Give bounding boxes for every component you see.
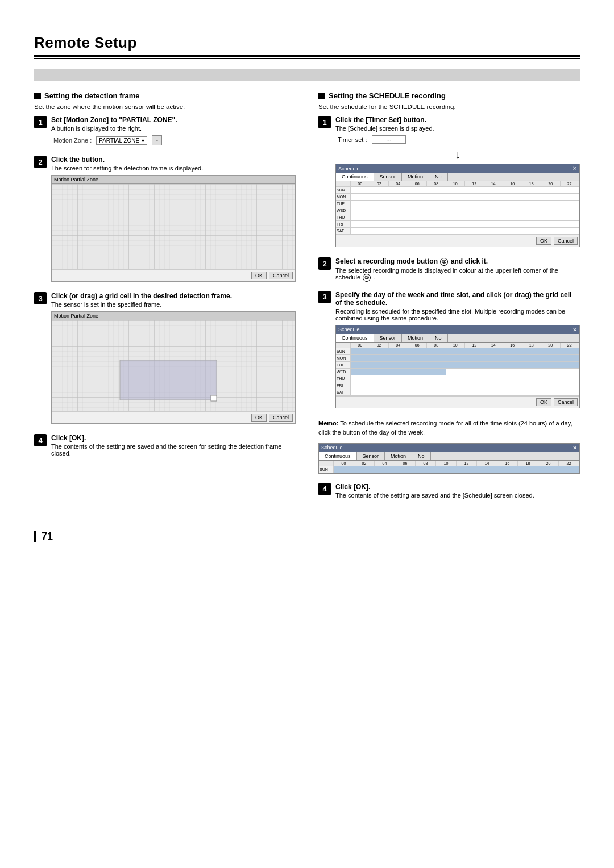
right-step3-number: 3 [318, 291, 331, 303]
row-sat-2: SAT [336, 389, 579, 396]
button-icon: ▫ [156, 137, 158, 143]
memo-block: Memo: To schedule the selected recording… [318, 419, 580, 437]
day-header-3 [319, 461, 334, 466]
schedule-tab-continuous[interactable]: Continuous [336, 173, 374, 181]
grid-cancel-highlight[interactable]: Cancel [269, 414, 293, 422]
schedule-close-icon[interactable]: ✕ [572, 165, 577, 172]
row-sun-3: SUN [319, 466, 579, 473]
schedule-tab-motion[interactable]: Motion [402, 173, 429, 181]
grid-cancel-empty[interactable]: Cancel [269, 272, 293, 279]
schedule-tab-no-2[interactable]: No [429, 334, 448, 342]
grid-footer-highlight: OK Cancel [52, 411, 295, 423]
cells-thu [351, 214, 579, 220]
schedule-tab-continuous-2[interactable]: Continuous [336, 334, 374, 342]
schedule-cancel-2[interactable]: Cancel [554, 398, 578, 406]
right-step3: 3 Specify the day of the week and time s… [318, 291, 580, 413]
left-step1-label: Set [Motion Zone] to "PARTIAL ZONE". [51, 116, 296, 124]
left-step1-number: 1 [34, 116, 47, 128]
schedule-close-icon-2[interactable]: ✕ [572, 327, 577, 333]
schedule-tab-no[interactable]: No [429, 173, 448, 181]
schedule-box-1: Schedule ✕ Continuous Sensor Motion No 0… [335, 164, 580, 247]
right-step1-label: Click the [Timer Set] button. [335, 116, 580, 124]
row-wed-2: WED [336, 369, 579, 375]
schedule-box-2: Schedule ✕ Continuous Sensor Motion No 0… [335, 325, 580, 408]
schedule-close-icon-3[interactable]: ✕ [572, 445, 577, 451]
day-thu: THU [336, 214, 351, 220]
day-wed-2: WED [336, 369, 351, 375]
right-step4-label: Click [OK]. [335, 483, 580, 491]
hour-22: 22 [561, 181, 580, 186]
schedule-tab-motion-2[interactable]: Motion [402, 334, 429, 342]
schedule-ok-2[interactable]: OK [536, 398, 551, 406]
cell-tue-highlighted [351, 362, 579, 368]
schedule-tabs-1: Continuous Sensor Motion No [336, 173, 579, 181]
schedule-cancel-1[interactable]: Cancel [554, 237, 578, 245]
timer-input[interactable]: ... [372, 135, 406, 144]
day-sun-2: SUN [336, 348, 351, 354]
motion-zone-label: Motion Zone : [53, 137, 92, 144]
schedule-title-2: Schedule ✕ [336, 326, 579, 334]
left-step1: 1 Set [Motion Zone] to "PARTIAL ZONE". A… [34, 116, 296, 150]
day-sun-3: SUN [319, 466, 334, 473]
schedule-tab-no-3[interactable]: No [412, 452, 431, 460]
cells-thu-2 [351, 375, 579, 382]
hours-header-2: 00 02 04 06 08 10 12 14 16 18 20 22 [351, 343, 579, 348]
schedule-body-2: SUN MON TUE WED THU FRI SAT [336, 348, 579, 396]
schedule-tab-sensor-2[interactable]: Sensor [374, 334, 403, 342]
cell [351, 221, 579, 227]
hour-18: 18 [522, 181, 542, 186]
right-step2: 2 Select a recording mode button ① and c… [318, 257, 580, 285]
title-divider-thin [34, 58, 580, 59]
row-sat: SAT [336, 228, 579, 235]
circle-num-2: ② [363, 274, 371, 282]
hour-12: 12 [465, 181, 484, 186]
page-number: 71 [34, 531, 580, 542]
cells-tue [351, 201, 579, 207]
row-mon-2: MON [336, 355, 579, 362]
right-step1: 1 Click the [Timer Set] button. The [Sch… [318, 116, 580, 252]
hours-header-3: 00 02 04 06 08 10 12 14 16 18 20 22 [334, 461, 579, 466]
hour-14: 14 [484, 181, 504, 186]
timer-label: Timer set : [338, 136, 367, 143]
cell-mon-highlighted [351, 355, 579, 361]
schedule-title-1: Schedule ✕ [336, 164, 579, 173]
row-tue-2: TUE [336, 362, 579, 369]
left-section-desc: Set the zone where the motion sensor wil… [34, 103, 296, 110]
row-thu: THU [336, 214, 579, 221]
row-sun-2: SUN [336, 348, 579, 355]
left-step3: 3 Click (or drag) a grid cell in the des… [34, 292, 296, 428]
right-step2-number: 2 [318, 257, 331, 270]
row-fri: FRI [336, 221, 579, 228]
right-step2-desc: The selected recording mode is displayed… [335, 267, 580, 282]
schedule-footer-1: OK Cancel [336, 235, 579, 247]
cell [351, 187, 579, 193]
left-step2-number: 2 [34, 156, 47, 168]
day-sat: SAT [336, 228, 351, 234]
hour-20: 20 [541, 181, 561, 186]
hour-00: 00 [351, 181, 370, 186]
schedule-footer-2: OK Cancel [336, 396, 579, 408]
main-content: Setting the detection frame Set the zone… [34, 91, 580, 508]
cell-fri [351, 382, 579, 389]
day-sat-2: SAT [336, 389, 351, 395]
schedule-ok-1[interactable]: OK [536, 237, 551, 245]
motion-zone-select[interactable]: PARTIAL ZONE ▾ [96, 136, 147, 145]
left-step4-number: 4 [34, 434, 47, 446]
left-step2-desc: The screen for setting the detection fra… [51, 165, 296, 172]
schedule-tab-motion-3[interactable]: Motion [385, 452, 412, 460]
grid-title-empty: Motion Partial Zone [52, 176, 295, 184]
schedule-box-3: Schedule ✕ Continuous Sensor Motion No 0… [318, 443, 580, 474]
cells-fri-2 [351, 382, 579, 389]
schedule-tab-sensor-3[interactable]: Sensor [357, 452, 385, 460]
motion-zone-button[interactable]: ▫ [152, 135, 162, 145]
circle-num-1: ① [440, 258, 448, 266]
grid-ok-empty[interactable]: OK [251, 272, 267, 279]
cell [351, 207, 579, 214]
right-section-title: Setting the SCHEDULE recording [318, 91, 580, 100]
page-title: Remote Setup [34, 34, 580, 52]
cells-fri [351, 221, 579, 227]
grid-ok-highlight[interactable]: OK [251, 414, 267, 422]
schedule-tab-sensor[interactable]: Sensor [374, 173, 403, 181]
schedule-tab-continuous-3[interactable]: Continuous [319, 452, 357, 460]
right-step2-label: Select a recording mode button ① and cli… [335, 257, 580, 266]
